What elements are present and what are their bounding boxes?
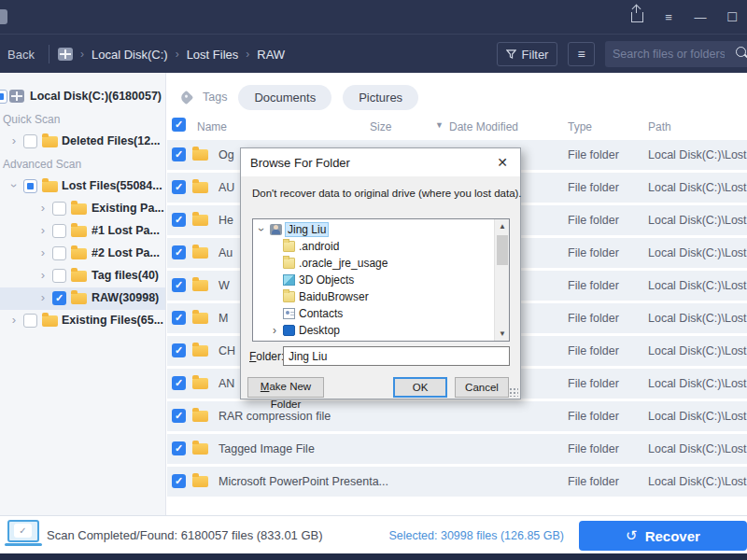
file-name: AN [218,369,234,399]
sidebar-item[interactable]: ›Existing Files(65... [0,310,166,332]
tags-row: Tags Documents Pictures [181,84,418,110]
close-icon[interactable]: ✕ [494,155,511,170]
row-checkbox[interactable] [172,474,186,488]
scroll-down-icon[interactable]: ▼ [495,327,510,341]
dialog-tree-item[interactable]: ›Desktop [253,323,494,340]
breadcrumb-item-drive[interactable]: Local Disk(C:) [92,48,168,62]
breadcrumb-item-raw[interactable]: RAW [257,48,285,62]
folder-name-input[interactable] [283,346,510,366]
maximize-icon[interactable]: ☐ [723,7,741,26]
sidebar-item[interactable]: ›Lost Files(55084... [0,175,166,198]
sidebar-item[interactable]: ›RAW(30998) [0,287,166,310]
row-checkbox[interactable] [172,213,186,227]
resize-grip[interactable] [509,387,518,397]
nav-bar: Back › Local Disk(C:) › Lost Files › RAW… [0,34,747,73]
search-icon[interactable] [736,47,747,58]
row-checkbox[interactable] [172,245,186,259]
dialog-tree-item[interactable]: ›Jing Liu [253,222,494,239]
sidebar-item[interactable]: Local Disk(C:)(6180057) [0,86,166,108]
dialog-tree-label[interactable]: Jing Liu [286,223,328,236]
dialog-tree-item[interactable]: BaiduBrowser [253,289,494,306]
item-checkbox[interactable] [52,202,66,216]
expander-chevron-icon[interactable]: › [9,313,19,328]
expander-chevron-icon[interactable]: › [38,268,48,283]
search-input[interactable] [613,41,725,67]
row-checkbox[interactable] [172,278,186,292]
ok-button[interactable]: OK [393,377,447,398]
share-icon[interactable] [627,7,646,26]
column-header-type[interactable]: Type [568,120,592,133]
row-checkbox[interactable] [172,311,186,325]
item-checkbox[interactable] [23,179,37,193]
expander-chevron-icon[interactable]: › [9,133,19,148]
expander-chevron-icon[interactable]: › [38,223,48,238]
column-header-path[interactable]: Path [648,120,671,133]
item-checkbox[interactable] [23,134,37,148]
item-checkbox[interactable] [23,314,37,328]
scroll-up-icon[interactable]: ▲ [495,219,510,233]
column-header-name[interactable]: Name [197,120,227,133]
size-sort-arrow-icon[interactable]: ▼ [435,120,444,130]
dialog-tree-label[interactable]: .android [299,240,339,253]
expander-chevron-icon[interactable]: › [38,245,48,260]
drive-checkbox[interactable] [0,90,7,104]
tree-scrollbar[interactable]: ▲ ▼ [494,219,509,341]
menu-icon[interactable]: ≡ [659,7,678,26]
row-checkbox[interactable] [172,409,186,423]
tag-chip-documents[interactable]: Documents [238,85,331,110]
dialog-tree-item[interactable]: 3D Objects [253,273,494,289]
sidebar-tree: Local Disk(C:)(6180057)Quick Scan›Delete… [0,73,166,515]
folder-icon [42,315,58,327]
expander-chevron-icon[interactable]: › [254,225,269,234]
back-button[interactable]: Back [7,35,35,74]
dialog-tree-item[interactable]: .android [253,239,494,256]
expander-chevron-icon[interactable]: › [7,181,21,190]
sidebar-section-label: Quick Scan [3,113,60,126]
expander-chevron-icon[interactable]: › [270,323,279,338]
cancel-button[interactable]: Cancel [455,377,509,398]
row-checkbox[interactable] [172,180,186,194]
sidebar-item[interactable]: ›#1 Lost Pa... [0,220,166,243]
dialog-tree-item[interactable]: .oracle_jre_usage [253,256,494,273]
sidebar-item[interactable]: ›Existing Pa... [0,198,166,220]
view-list-button[interactable]: ≡ [568,42,595,66]
file-name: Tagged Image File [218,434,315,464]
row-checkbox[interactable] [172,147,186,161]
table-row[interactable]: Microsoft PowerPoint Presenta...File fol… [167,467,747,497]
expander-chevron-icon[interactable]: › [38,201,48,216]
tag-icon [179,90,194,105]
file-name: M [218,303,228,333]
sidebar-item[interactable]: ›#2 Lost Pa... [0,243,166,265]
dialog-tree-label[interactable]: Desktop [299,324,340,337]
row-checkbox[interactable] [172,376,186,390]
row-checkbox[interactable] [172,441,186,455]
dialog-tree-label[interactable]: 3D Objects [299,273,354,287]
select-all-checkbox[interactable] [172,118,186,132]
file-name: AU [218,173,234,203]
breadcrumb-item-lost-files[interactable]: Lost Files [187,48,239,62]
item-checkbox[interactable] [52,224,66,238]
column-header-size[interactable]: Size [370,120,391,133]
column-header-date-modified[interactable]: Date Modified [449,120,518,133]
filter-button[interactable]: Filter [497,42,557,66]
scrollbar-thumb[interactable] [497,235,508,265]
sidebar-item[interactable]: ›Deleted Files(12... [0,131,166,153]
table-row[interactable]: Tagged Image FileFile folderLocal Disk(C… [167,434,747,464]
dialog-tree-item[interactable]: Contacts [253,306,494,323]
minimize-icon[interactable]: — [691,7,710,26]
expander-chevron-icon[interactable]: › [38,290,48,305]
recover-button[interactable]: ↺ Recover [579,521,747,551]
dialog-tree-label[interactable]: Contacts [299,307,343,320]
table-row[interactable]: RAR compression fileFile folderLocal Dis… [167,401,747,431]
item-checkbox[interactable] [52,269,66,283]
item-checkbox[interactable] [52,246,66,260]
item-checkbox[interactable] [52,291,66,305]
row-checkbox[interactable] [172,343,186,357]
tag-chip-pictures[interactable]: Pictures [343,85,418,110]
make-new-folder-button[interactable]: Make New Folder [247,377,324,398]
file-type: File folder [568,434,619,464]
folder-icon [192,215,208,226]
dialog-tree-label[interactable]: BaiduBrowser [299,290,369,303]
sidebar-item[interactable]: ›Tag files(40) [0,265,166,287]
dialog-tree-label[interactable]: .oracle_jre_usage [299,257,388,270]
